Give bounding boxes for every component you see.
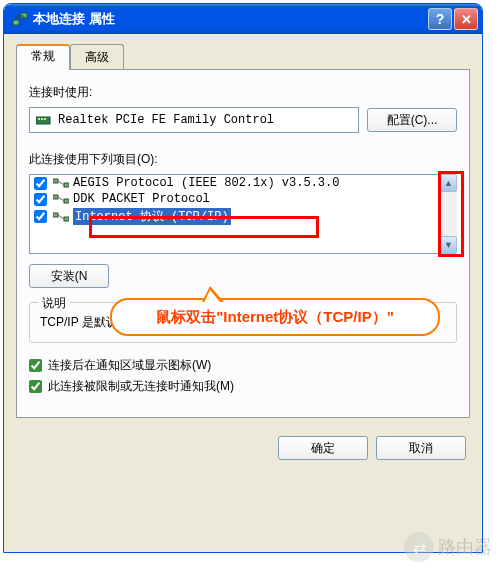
- protocol-icon: [53, 211, 69, 223]
- scroll-down-button[interactable]: ▼: [440, 236, 457, 254]
- ok-button[interactable]: 确定: [278, 436, 368, 460]
- tab-strip: 常规 高级: [16, 44, 470, 70]
- item-checkbox[interactable]: [34, 177, 47, 190]
- connection-icon: [12, 11, 28, 27]
- list-item-selected[interactable]: Internet 协议 (TCP/IP): [30, 207, 438, 226]
- item-label: Internet 协议 (TCP/IP): [73, 208, 231, 225]
- svg-rect-7: [64, 183, 69, 187]
- show-icon-checkbox[interactable]: [29, 359, 42, 372]
- cancel-button[interactable]: 取消: [376, 436, 466, 460]
- watermark-text: 路由器: [438, 535, 492, 559]
- protocol-icon: [53, 193, 69, 205]
- svg-rect-4: [41, 118, 43, 120]
- svg-rect-8: [53, 195, 58, 199]
- item-checkbox[interactable]: [34, 193, 47, 206]
- svg-rect-9: [64, 199, 69, 203]
- help-button[interactable]: ?: [428, 8, 452, 30]
- scroll-up-button[interactable]: ▲: [440, 174, 457, 192]
- properties-dialog: 本地连接 属性 ? ✕ 常规 高级 连接时使用: Realtek PCIe FE…: [3, 3, 483, 553]
- listbox-scrollbar[interactable]: ▲ ▼: [439, 174, 457, 254]
- protocol-listbox[interactable]: AEGIS Protocol (IEEE 802.1x) v3.5.3.0 DD…: [29, 174, 439, 254]
- titlebar[interactable]: 本地连接 属性 ? ✕: [4, 4, 482, 34]
- watermark: ⇄ 路由器: [404, 532, 492, 562]
- svg-rect-5: [44, 118, 46, 120]
- tab-advanced[interactable]: 高级: [70, 44, 124, 69]
- connect-using-label: 连接时使用:: [29, 84, 457, 101]
- list-item[interactable]: DDK PACKET Protocol: [30, 191, 438, 207]
- description-heading: 说明: [38, 295, 70, 312]
- network-adapter-icon: [36, 113, 52, 127]
- items-label: 此连接使用下列项目(O):: [29, 151, 457, 168]
- svg-rect-3: [38, 118, 40, 120]
- show-icon-label: 连接后在通知区域显示图标(W): [48, 357, 211, 374]
- svg-rect-6: [53, 179, 58, 183]
- tab-general[interactable]: 常规: [16, 44, 70, 70]
- notify-limited-label: 此连接被限制或无连接时通知我(M): [48, 378, 234, 395]
- adapter-field[interactable]: Realtek PCIe FE Family Control: [29, 107, 359, 133]
- item-label: AEGIS Protocol (IEEE 802.1x) v3.5.3.0: [73, 176, 339, 190]
- titlebar-title: 本地连接 属性: [33, 10, 428, 28]
- svg-rect-10: [53, 213, 58, 217]
- close-button[interactable]: ✕: [454, 8, 478, 30]
- item-label: DDK PACKET Protocol: [73, 192, 210, 206]
- list-item[interactable]: AEGIS Protocol (IEEE 802.1x) v3.5.3.0: [30, 175, 438, 191]
- annotation-callout: 鼠标双击"Internet协议（TCP/IP）": [110, 298, 440, 336]
- svg-rect-11: [64, 217, 69, 221]
- protocol-icon: [53, 177, 69, 189]
- callout-text: 鼠标双击"Internet协议（TCP/IP）": [156, 308, 394, 327]
- item-checkbox[interactable]: [34, 210, 47, 223]
- tab-panel-general: 连接时使用: Realtek PCIe FE Family Control 配置…: [16, 70, 470, 418]
- configure-button[interactable]: 配置(C)...: [367, 108, 457, 132]
- svg-rect-0: [13, 20, 19, 25]
- notify-limited-checkbox[interactable]: [29, 380, 42, 393]
- adapter-name: Realtek PCIe FE Family Control: [58, 113, 274, 127]
- watermark-icon: ⇄: [404, 532, 434, 562]
- install-button[interactable]: 安装(N: [29, 264, 109, 288]
